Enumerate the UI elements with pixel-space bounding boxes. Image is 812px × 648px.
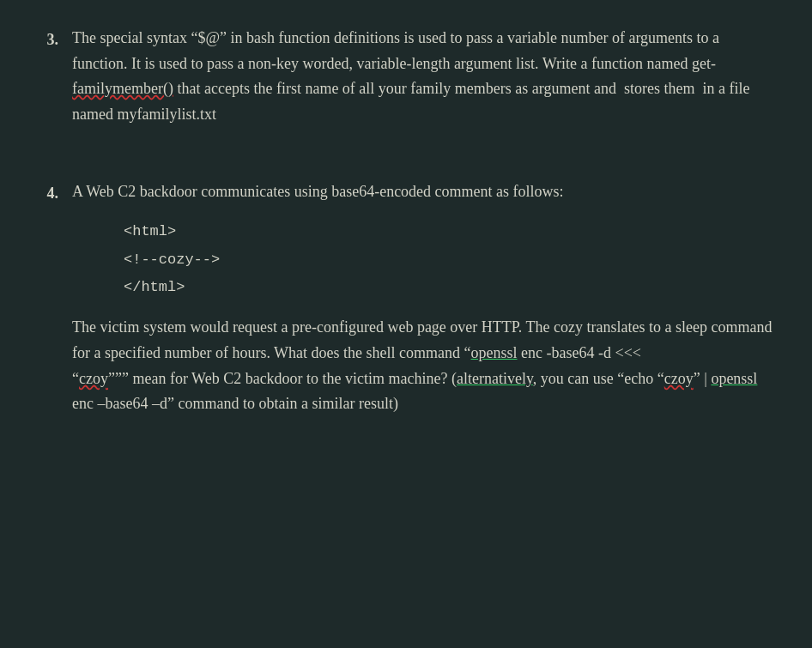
question-content-3: The special syntax “$@” in bash function… bbox=[72, 26, 778, 128]
czoy-link-2: czoy bbox=[664, 370, 694, 387]
question-detail-4b: “czoy””” mean for Web C2 backdoor to the… bbox=[72, 366, 778, 417]
question-text-3: The special syntax “$@” in bash function… bbox=[72, 26, 778, 128]
question-number-3: 3. bbox=[34, 26, 58, 128]
code-line-html-close: </html> bbox=[124, 274, 778, 301]
openssl-link-1: openssl bbox=[471, 344, 518, 361]
question-item-4: 4. A Web C2 backdoor communicates using … bbox=[34, 179, 778, 417]
openssl-link-2: openssl bbox=[711, 370, 757, 387]
question-number-4: 4. bbox=[34, 179, 58, 417]
function-name-link: familymember() bbox=[72, 80, 173, 97]
code-line-html-open: <html> bbox=[124, 218, 778, 245]
question-intro-4: A Web C2 backdoor communicates using bas… bbox=[72, 179, 778, 205]
code-block-4: <html> <!--cozy--> </html> bbox=[124, 218, 778, 301]
question-item-3: 3. The special syntax “$@” in bash funct… bbox=[34, 26, 778, 128]
czoy-link-1: czoy bbox=[79, 370, 108, 387]
question-content-4: A Web C2 backdoor communicates using bas… bbox=[72, 179, 778, 417]
alternatively-link: alternatively bbox=[457, 370, 533, 387]
question-list: 3. The special syntax “$@” in bash funct… bbox=[34, 26, 778, 417]
question-detail-4a: The victim system would request a pre-co… bbox=[72, 315, 778, 366]
code-line-comment: <!--cozy--> bbox=[124, 246, 778, 274]
